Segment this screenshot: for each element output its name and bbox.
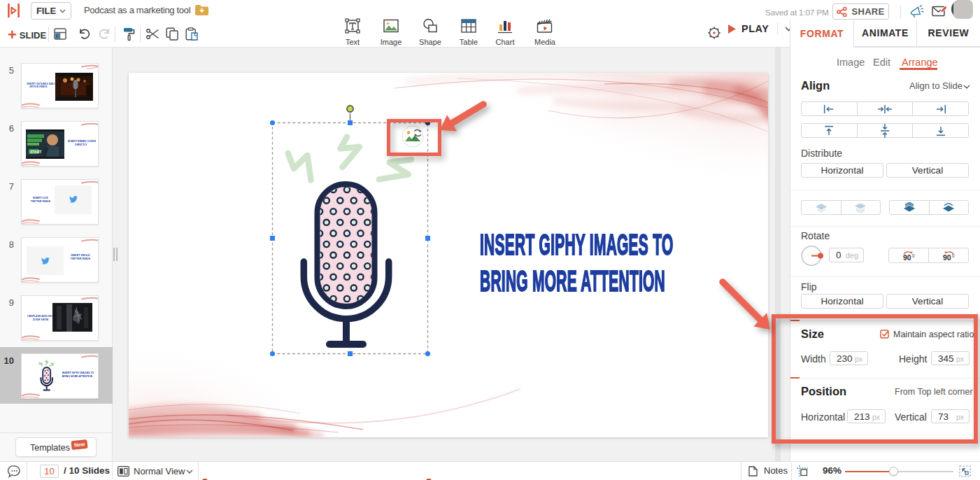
svg-text:90: 90 xyxy=(943,253,951,262)
svg-text:0: 0 xyxy=(952,253,955,258)
svg-text:START: START xyxy=(30,150,41,154)
svg-text:0: 0 xyxy=(912,253,915,258)
svg-text:90: 90 xyxy=(903,253,911,262)
